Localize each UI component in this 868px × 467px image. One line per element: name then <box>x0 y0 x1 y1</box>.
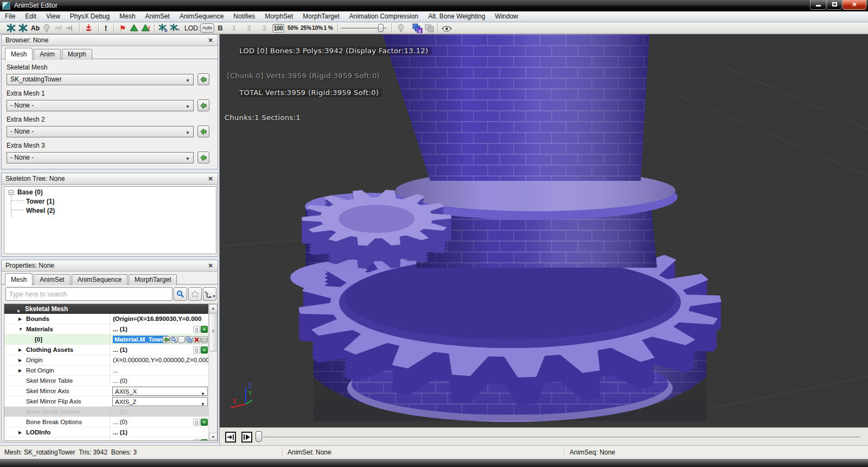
scroll-up-icon[interactable]: ▲ <box>209 304 218 313</box>
add-item-icon[interactable]: + <box>201 439 208 441</box>
speed-50-button[interactable]: 50% <box>286 23 300 33</box>
property-row-clothing-assets[interactable]: ▶ Clothing Assets ... (1) {}+ <box>4 345 209 355</box>
chevron-right-icon[interactable]: ▶ <box>18 368 22 373</box>
tree-node-base[interactable]: Base (0) <box>17 188 43 196</box>
extra-mesh-3-dropdown[interactable]: - None -▼ <box>7 152 194 163</box>
property-row-materials[interactable]: ▼ Materials ... (1) {}+ <box>4 324 209 335</box>
skeleton-tree-header[interactable]: Skeleton Tree: None ✕ <box>2 173 218 185</box>
tab-mesh-props[interactable]: Mesh <box>5 273 33 286</box>
tab-animset-props[interactable]: AnimSet <box>34 274 70 285</box>
menu-item-view[interactable]: View <box>41 11 65 22</box>
ref-pose-button[interactable]: ref <box>53 23 64 33</box>
show-bone-names-button[interactable]: Ab <box>30 23 41 33</box>
browser-panel-header[interactable]: Browser: None ✕ <box>2 35 218 46</box>
show-wireframe-button[interactable] <box>42 23 52 33</box>
property-row-material-0[interactable]: [0] Material.M_Tower <box>4 335 209 345</box>
property-row-bone-break-options[interactable]: Bone Break Options ... (0) {}+ <box>4 417 209 427</box>
menu-item-animsequence[interactable]: AnimSequence <box>175 11 228 22</box>
socket-manager-button[interactable] <box>84 23 93 33</box>
remove-icon[interactable] <box>193 336 200 343</box>
scroll-thumb[interactable] <box>209 313 218 351</box>
chevron-right-icon[interactable]: ▶ <box>18 430 22 435</box>
chevron-right-icon[interactable]: ▶ <box>18 358 22 363</box>
tab-morphtarget-props[interactable]: MorphTarget <box>129 274 177 285</box>
insert-icon[interactable] <box>201 336 208 343</box>
flag-button[interactable]: ⚑ <box>118 23 127 33</box>
minimize-button[interactable] <box>810 0 826 10</box>
add-item-icon[interactable]: + <box>201 346 208 354</box>
empty-array-icon[interactable]: {} <box>193 439 200 441</box>
lod-auto-button[interactable]: Auto <box>200 23 214 33</box>
use-selected-button[interactable] <box>197 99 209 111</box>
grid-scrollbar[interactable]: ▲ ▼ <box>208 304 217 441</box>
use-selected-button[interactable] <box>197 125 209 137</box>
add-item-icon[interactable]: + <box>201 326 208 333</box>
property-row-skel-mirror-flip-axis[interactable]: Skel Mirror Flip Axis AXIS_Z▼ <box>4 396 209 407</box>
tab-animsequence-props[interactable]: AnimSequence <box>72 274 127 285</box>
menu-item-morphtarget[interactable]: MorphTarget <box>298 11 344 22</box>
title-bar[interactable]: AnimSet Editor ✕ <box>0 0 868 11</box>
close-icon[interactable]: ✕ <box>207 175 214 182</box>
menu-item-morphset[interactable]: MorphSet <box>260 11 298 22</box>
tab-anim[interactable]: Anim <box>34 49 60 60</box>
property-row-clipped[interactable]: (0) {}+ <box>4 438 209 441</box>
notify-button[interactable]: ! <box>102 23 110 33</box>
property-row-skel-mirror-axis[interactable]: Skel Mirror Axis AXIS_X▼ <box>4 386 209 396</box>
show-skeleton-button[interactable] <box>5 23 17 33</box>
add-item-icon[interactable]: + <box>201 419 208 426</box>
menu-item-edit[interactable]: Edit <box>20 11 41 22</box>
menu-item-animation-compression[interactable]: Animation Compression <box>344 11 423 22</box>
clear-icon[interactable] <box>178 336 185 343</box>
collapse-icon[interactable]: − <box>9 190 14 195</box>
duplicate-icon[interactable] <box>186 336 193 343</box>
bone-weight-view-button[interactable]: u <box>158 23 169 33</box>
skeletal-mesh-dropdown[interactable]: SK_rotatingTower▼ <box>7 74 194 85</box>
tree-node-wheel[interactable]: Wheel (2) <box>26 207 55 214</box>
use-selected-button[interactable] <box>197 73 209 85</box>
lod-1-button[interactable]: 1 <box>231 23 237 33</box>
properties-header[interactable]: Properties: None ✕ <box>2 260 218 272</box>
tab-mesh[interactable]: Mesh <box>5 48 33 60</box>
property-row-bounds[interactable]: ▶ Bounds (Origin=(X=16.890030,Y=0.000 <box>4 314 209 324</box>
layers-button[interactable] <box>423 23 435 33</box>
menu-item-window[interactable]: Window <box>490 11 523 22</box>
extra-mesh-2-dropdown[interactable]: - None -▼ <box>7 126 194 137</box>
show-bones-button[interactable] <box>17 23 29 33</box>
search-button[interactable] <box>174 287 187 301</box>
tree-node-tower[interactable]: Tower (1) <box>26 198 54 205</box>
toolbar-slider-thumb[interactable] <box>378 24 384 32</box>
empty-array-icon[interactable]: {} <box>193 419 200 426</box>
scroll-down-icon[interactable]: ▼ <box>209 433 218 441</box>
restore-button[interactable] <box>827 0 842 10</box>
menu-item-physx-debug[interactable]: PhysX Debug <box>65 11 114 22</box>
uv-set-button[interactable]: 123 <box>411 23 423 33</box>
use-selected-button[interactable] <box>197 152 209 163</box>
chevron-right-icon[interactable]: ▶ <box>18 317 22 321</box>
close-icon[interactable]: ✕ <box>207 36 214 44</box>
empty-array-icon[interactable]: {} <box>193 326 200 333</box>
extra-mesh-1-dropdown[interactable]: - None -▼ <box>7 100 194 111</box>
timeline-track[interactable] <box>263 437 860 438</box>
tab-morph[interactable]: Morph <box>62 49 92 60</box>
camera-follow-button[interactable] <box>441 23 452 33</box>
lod-3-button[interactable]: 3 <box>261 23 267 33</box>
menu-item-mesh[interactable]: Mesh <box>114 11 140 22</box>
lod-2-button[interactable]: 2 <box>246 23 252 33</box>
find-in-browser-icon[interactable] <box>170 336 177 343</box>
menu-item-animset[interactable]: AnimSet <box>141 11 175 22</box>
skel-mirror-axis-dropdown[interactable]: AXIS_X▼ <box>112 387 208 396</box>
close-button[interactable]: ✕ <box>843 0 866 10</box>
material-value[interactable]: Material.M_Tower <box>113 336 168 343</box>
search-input[interactable] <box>5 287 173 301</box>
property-row-skel-mirror-table[interactable]: Skel Mirror Table ... (0) <box>4 376 209 386</box>
options-button[interactable]: ▼ <box>203 287 216 301</box>
loop-toggle-button[interactable] <box>225 432 236 443</box>
property-row-lodinfo[interactable]: ▶ LODInfo ... (1) <box>4 427 209 438</box>
mirror-button[interactable] <box>65 23 74 33</box>
favorites-button[interactable] <box>188 287 202 301</box>
bone-break-view-button[interactable]: ✂ <box>169 23 180 33</box>
light-toggle-button[interactable] <box>396 23 406 33</box>
lod-base-button[interactable]: B <box>217 23 224 33</box>
empty-array-icon[interactable]: {} <box>193 346 200 354</box>
menu-item-notifies[interactable]: Notifies <box>228 11 260 22</box>
